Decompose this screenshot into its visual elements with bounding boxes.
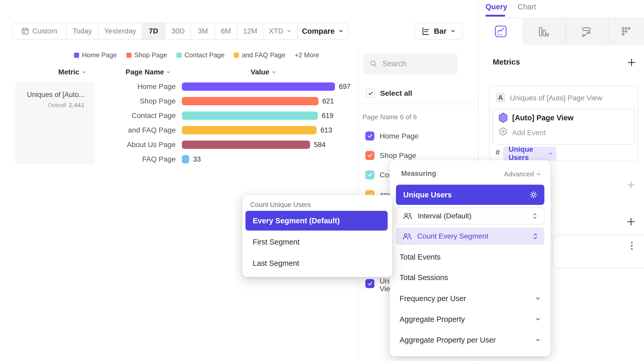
checkbox-checked[interactable] [365,131,374,141]
sort-chevron-icon [81,70,86,74]
measuring-option-selected[interactable]: Unique Users [396,185,544,205]
segment-option[interactable]: Last Segment [245,253,388,273]
legend-swatch [234,53,239,58]
add-breakdown-button[interactable] [627,217,635,226]
chevron-down-icon [535,316,541,322]
legend-swatch [74,53,79,58]
measuring-option[interactable]: Frequency per User [390,291,551,306]
checkbox-checked[interactable] [365,279,374,288]
value-bar[interactable] [182,126,317,134]
chart-type-button[interactable]: Bar [415,23,463,40]
table-row: Home Page 697 [0,79,358,94]
add-event-icon [499,127,508,136]
list-divider [359,104,475,104]
date-segment-30d[interactable]: 30D [165,23,191,39]
legend-item[interactable]: Home Page [74,51,117,59]
search-box[interactable] [363,53,458,74]
measuring-option[interactable]: Aggregate Property per User [390,333,551,347]
date-segment-12m[interactable]: 12M [237,23,263,39]
metric-badge: A [496,93,505,102]
date-segment-custom[interactable]: Custom [13,23,66,39]
interval-selector[interactable]: Interval (Default) [396,207,544,225]
date-segment-6m[interactable]: 6M [215,23,237,39]
calendar-icon [21,27,29,35]
more-options-icon[interactable] [631,241,633,251]
insights-line-chart-tab[interactable] [494,25,507,38]
legend-item[interactable]: and FAQ Page [234,51,285,59]
up-down-chevrons-icon [532,232,538,240]
value-bar[interactable] [182,112,318,120]
flows-tab[interactable] [581,26,592,37]
count-popup-title: Count Unique Users [250,201,311,209]
date-segment-xtd[interactable]: XTD [263,23,297,39]
value-bar[interactable] [182,141,310,149]
chevron-down-icon [450,28,456,34]
legend-more-label[interactable]: +2 More [295,51,319,59]
value-bar[interactable] [182,82,335,91]
active-tab-underline [485,15,505,17]
search-input[interactable] [382,59,445,68]
tabstrip-divider [608,18,608,45]
value-bar[interactable] [182,97,318,105]
sort-chevron-icon [271,70,276,74]
add-event-button[interactable]: Add Event [512,129,546,137]
sort-chevron-icon [166,70,171,74]
count-segment-popup: Count Unique Users Every Segment (Defaul… [242,195,392,277]
chevron-down-icon [535,337,541,343]
date-segment-yesterday[interactable]: Yesterday [98,23,142,39]
date-segment-7d[interactable]: 7D [142,23,165,39]
segment-option[interactable]: First Segment [245,232,388,252]
metrics-heading: Metrics [493,58,520,66]
measuring-option[interactable]: Total Sessions [390,270,551,285]
measuring-option[interactable]: Total Events [390,250,551,264]
event-card: [Auto] Page View Add Event [492,109,635,145]
value-bar[interactable] [182,155,189,163]
legend-item[interactable]: Shop Page [126,51,167,59]
chart-legend: Home Page Shop Page Contact Page and FAQ… [74,51,319,59]
add-metric-button[interactable] [627,58,636,67]
tab-query[interactable]: Query [485,3,507,11]
measuring-option[interactable]: Aggregate Property [390,312,551,327]
select-all-row[interactable]: Select all [366,89,412,98]
advanced-toggle[interactable]: Advanced [504,170,541,178]
legend-swatch [176,53,182,58]
event-name[interactable]: [Auto] Page View [512,114,573,122]
table-row: Contact Page 619 [0,108,358,123]
filter-item[interactable]: Uni Vie [365,279,391,293]
select-all-checkbox[interactable] [366,89,375,98]
add-filter-button[interactable] [627,181,635,189]
column-header-metric[interactable]: Metric [44,68,101,76]
metric-card: A Uniques of [Auto] Page View [Auto] Pag… [489,86,638,161]
legend-item[interactable]: Contact Page [176,51,225,59]
filter-item[interactable]: Home Page [365,129,419,143]
bar-chart-tab[interactable] [538,26,549,37]
search-icon [369,60,377,67]
people-icon [403,233,412,240]
segment-option-selected[interactable]: Every Segment (Default) [245,211,388,231]
chevron-down-icon [338,28,344,34]
bar-value: 613 [320,126,332,134]
count-mode-selector[interactable]: Count Every Segment [396,228,544,245]
up-down-chevrons-icon [532,212,538,220]
table-row: and FAQ Page 613 [0,123,358,137]
date-segment-today[interactable]: Today [66,23,98,39]
chevron-down-icon [535,296,541,301]
column-header-page-name[interactable]: Page Name [120,68,177,76]
measuring-popup: Measuring Advanced Unique Users Interval… [390,160,551,356]
retention-tab[interactable] [621,26,632,37]
horizontal-bar-chart-icon [421,27,430,36]
column-header-value[interactable]: Value [235,68,292,76]
date-segment-3m[interactable]: 3M [191,23,215,39]
group-count-label: Page Name 6 of 6 [362,113,417,121]
number-sign-label: # [496,148,500,157]
tab-chart[interactable]: Chart [518,3,536,11]
bar-value: 619 [322,112,333,120]
table-row: About Us Page 584 [0,137,358,152]
gear-icon[interactable] [529,191,538,199]
compare-button[interactable]: Compare [297,23,348,40]
checkbox-checked[interactable] [365,151,374,160]
checkbox-checked[interactable] [365,170,374,179]
event-hexagon-icon [499,113,508,123]
measuring-title: Measuring [401,170,436,178]
measure-dropdown[interactable]: Unique Users [503,147,556,161]
